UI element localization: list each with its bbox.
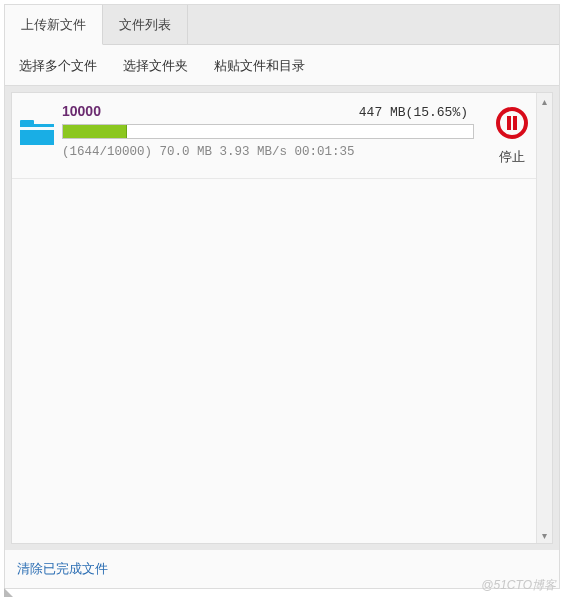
scroll-down-icon[interactable]: ▾ — [537, 527, 552, 543]
upload-title: 10000 — [62, 103, 101, 119]
watermark: @51CTO博客 — [481, 577, 556, 594]
footer: 清除已完成文件 — [5, 550, 559, 588]
tab-spacer — [188, 5, 559, 45]
scrollbar[interactable]: ▴ ▾ — [536, 93, 552, 543]
svg-rect-5 — [513, 116, 517, 130]
svg-rect-2 — [20, 127, 54, 130]
select-multiple-files-button[interactable]: 选择多个文件 — [19, 57, 97, 75]
toolbar: 选择多个文件 选择文件夹 粘贴文件和目录 — [5, 45, 559, 86]
tab-file-list-label: 文件列表 — [119, 16, 171, 34]
upload-title-line: 10000 447 MB(15.65%) — [62, 103, 474, 120]
upload-item: 10000 447 MB(15.65%) (1644/10000) 70.0 M… — [12, 93, 552, 179]
tab-file-list[interactable]: 文件列表 — [103, 5, 188, 45]
folder-icon — [20, 119, 54, 145]
svg-point-3 — [498, 109, 526, 137]
svg-rect-1 — [20, 120, 34, 126]
upload-list: 10000 447 MB(15.65%) (1644/10000) 70.0 M… — [11, 92, 553, 544]
upload-panel: 上传新文件 文件列表 选择多个文件 选择文件夹 粘贴文件和目录 10000 44 — [4, 4, 560, 589]
scroll-up-icon[interactable]: ▴ — [537, 93, 552, 109]
tab-upload-new[interactable]: 上传新文件 — [5, 5, 103, 45]
svg-rect-4 — [507, 116, 511, 130]
stop-label: 停止 — [499, 148, 525, 166]
tab-bar: 上传新文件 文件列表 — [5, 5, 559, 45]
clear-completed-link[interactable]: 清除已完成文件 — [17, 561, 108, 576]
stop-column: 停止 — [482, 103, 542, 166]
upload-main: 10000 447 MB(15.65%) (1644/10000) 70.0 M… — [62, 103, 474, 159]
pause-icon[interactable] — [494, 105, 530, 144]
upload-size-info: 447 MB(15.65%) — [359, 105, 468, 120]
progress-bar — [62, 124, 474, 139]
select-folder-button[interactable]: 选择文件夹 — [123, 57, 188, 75]
upload-sub-info: (1644/10000) 70.0 MB 3.93 MB/s 00:01:35 — [62, 145, 474, 159]
tab-upload-new-label: 上传新文件 — [21, 16, 86, 34]
progress-fill — [63, 125, 127, 138]
resize-corner-icon — [4, 588, 13, 597]
paste-files-button[interactable]: 粘贴文件和目录 — [214, 57, 305, 75]
